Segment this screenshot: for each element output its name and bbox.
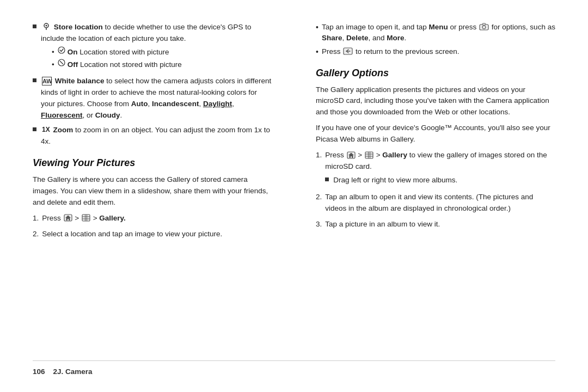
zoom-text: 1X Zoom to zoom in on an object. You can… <box>41 125 272 148</box>
list-item-zoom: 1X Zoom to zoom in on an object. You can… <box>33 125 272 148</box>
footer-text: 106 2J. Camera <box>33 367 93 376</box>
square-bullet-icon <box>33 24 36 28</box>
square-bullet-icon <box>33 78 36 82</box>
store-location-icon <box>42 22 51 31</box>
footer-page-number: 106 <box>33 367 45 376</box>
gallery-sub-list: Drag left or right to view more albums. <box>325 175 555 186</box>
gallery-steps-list: Press > <box>316 150 555 230</box>
grid-icon <box>82 214 90 222</box>
back-icon <box>343 47 353 55</box>
svg-rect-17 <box>365 152 373 158</box>
footer: 106 2J. Camera <box>33 360 555 376</box>
gallery-section: Gallery Options The Gallery application … <box>316 68 555 230</box>
tap-menu-text: Tap an image to open it, and tap Menu or… <box>322 22 555 44</box>
list-item-store-location: Store location to decide whether to use … <box>33 22 272 72</box>
store-location-bold: Store location <box>54 23 103 31</box>
viewing-steps-list: Press > <box>33 213 272 240</box>
list-item-white-balance: AW White balance to select how the camer… <box>33 76 272 121</box>
home-icon <box>64 214 72 222</box>
gallery-step-2-text: Tap an album to open it and view its con… <box>325 192 555 215</box>
white-balance-icon: AW <box>42 77 52 85</box>
gallery-step-1: Press > <box>316 150 555 187</box>
square-bullet-sub <box>325 177 329 181</box>
svg-line-4 <box>60 62 63 64</box>
svg-point-1 <box>46 25 47 27</box>
off-icon <box>58 59 65 66</box>
square-bullet-icon <box>33 127 36 131</box>
camera-settings-list: Store location to decide whether to use … <box>33 22 272 148</box>
footer-section: 2J. Camera <box>53 367 93 376</box>
viewing-step-2: Select a location and tap an image to vi… <box>33 229 272 240</box>
white-balance-text: AW White balance to select how the camer… <box>41 76 272 121</box>
gallery-accounts: If you have one of your device's Google™… <box>316 122 555 145</box>
drag-text: Drag left or right to view more albums. <box>333 175 457 186</box>
location-on-text: On Location stored with picture <box>68 47 169 58</box>
white-balance-bold: White balance <box>55 77 105 85</box>
gallery-step-3: Tap a picture in an album to view it. <box>316 219 555 230</box>
location-off-text: Off Location not stored with picture <box>68 59 182 70</box>
gallery-intro: The Gallery application presents the pic… <box>316 84 555 119</box>
tap-menu-item: Tap an image to open it, and tap Menu or… <box>316 22 555 44</box>
tap-press-back-text: Press to return to the previous screen. <box>322 46 460 57</box>
gallery-step-2: Tap an album to open it and view its con… <box>316 192 555 215</box>
viewing-title: Viewing Your Pictures <box>33 157 272 169</box>
svg-rect-6 <box>82 215 90 221</box>
zoom-icon: 1X <box>42 125 50 135</box>
gallery-step-1-text: Press > <box>325 150 555 187</box>
zoom-desc: to zoom in on an object. You can adjust … <box>41 126 270 145</box>
zoom-bold: Zoom <box>53 126 73 134</box>
location-off-item: Off Location not stored with picture <box>52 59 272 70</box>
svg-point-2 <box>58 47 65 53</box>
viewing-intro: The Gallery is where you can access the … <box>33 174 272 209</box>
camera-menu-icon <box>479 23 489 30</box>
viewing-step-1: Press > <box>33 213 272 224</box>
home-icon-2 <box>347 151 356 159</box>
gallery-step-3-text: Tap a picture in an album to view it. <box>325 219 440 230</box>
content-columns: Store location to decide whether to use … <box>33 22 555 355</box>
grid-icon-2 <box>365 151 373 159</box>
page-container: Store location to decide whether to use … <box>0 0 588 392</box>
location-on-item: On Location stored with picture <box>52 47 272 58</box>
on-icon <box>58 46 65 54</box>
viewing-step-2-text: Select a location and tap an image to vi… <box>42 229 222 240</box>
viewing-section: Viewing Your Pictures The Gallery is whe… <box>33 157 272 240</box>
svg-rect-13 <box>482 23 486 25</box>
tap-press-back-item: Press to return to the previous screen. <box>316 46 555 58</box>
viewing-step-1-text: Press > <box>42 213 126 224</box>
left-column: Store location to decide whether to use … <box>33 22 283 355</box>
gallery-sub-item-drag: Drag left or right to view more albums. <box>325 175 555 186</box>
gallery-title: Gallery Options <box>316 68 555 79</box>
right-column: Tap an image to open it, and tap Menu or… <box>305 22 555 355</box>
tap-items-list: Tap an image to open it, and tap Menu or… <box>316 22 555 58</box>
location-sub-list: On Location stored with picture Off Loca <box>52 47 272 71</box>
store-location-text: Store location to decide whether to use … <box>41 22 272 72</box>
